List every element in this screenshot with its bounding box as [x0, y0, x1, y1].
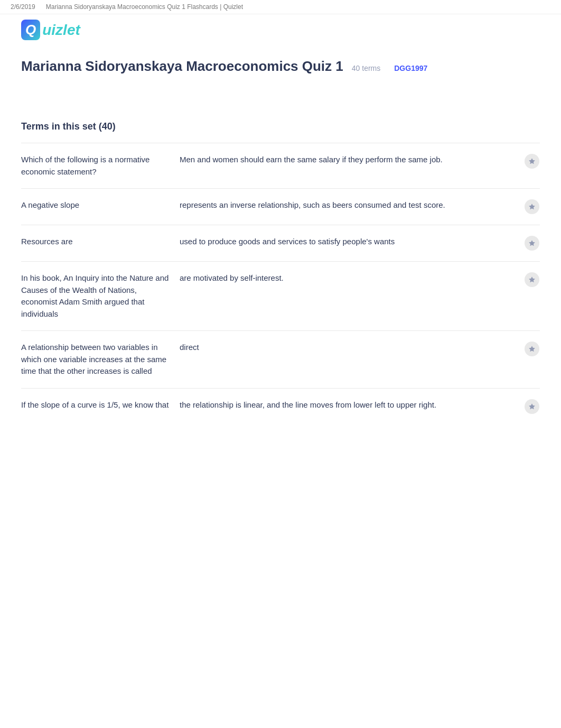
- term-icon-area[interactable]: [524, 199, 540, 214]
- star-icon[interactable]: [525, 199, 539, 214]
- top-bar: 2/6/2019 Marianna Sidoryanskaya Macroeco…: [0, 0, 561, 14]
- username-link[interactable]: DGG1997: [394, 64, 427, 72]
- star-svg: [528, 403, 536, 410]
- star-svg: [528, 203, 536, 210]
- terms-count: 40 terms: [352, 64, 380, 72]
- term-icon-area[interactable]: [524, 272, 540, 287]
- logo-q-icon: Q: [25, 22, 36, 38]
- star-icon[interactable]: [525, 399, 539, 414]
- table-row: A relationship between two variables in …: [21, 330, 540, 388]
- terms-list: Which of the following is a normative ec…: [21, 143, 540, 425]
- term-icon-area[interactable]: [524, 399, 540, 414]
- star-icon[interactable]: [525, 342, 539, 356]
- term-answer: used to produce goods and services to sa…: [180, 236, 513, 248]
- term-icon-area[interactable]: [524, 342, 540, 356]
- star-icon[interactable]: [525, 272, 539, 287]
- star-icon[interactable]: [525, 154, 539, 169]
- logo-background: Q: [21, 20, 40, 40]
- term-icon-area[interactable]: [524, 154, 540, 169]
- star-icon[interactable]: [525, 236, 539, 251]
- main-content: Terms in this set (40) Which of the foll…: [0, 79, 561, 446]
- star-svg: [528, 239, 536, 247]
- star-svg: [528, 345, 536, 353]
- term-answer: Men and women should earn the same salar…: [180, 154, 513, 166]
- table-row: If the slope of a curve is 1/5, we know …: [21, 388, 540, 425]
- term-answer: the relationship is linear, and the line…: [180, 399, 513, 411]
- term-question: A negative slope: [21, 199, 169, 211]
- term-question: Which of the following is a normative ec…: [21, 154, 169, 178]
- star-svg: [528, 276, 536, 283]
- section-title: Terms in this set (40): [21, 121, 540, 132]
- term-question: Resources are: [21, 236, 169, 248]
- term-question: A relationship between two variables in …: [21, 342, 169, 377]
- star-svg: [528, 158, 536, 165]
- page-header: Marianna Sidoryanskaya Macroeconomics Qu…: [0, 45, 561, 79]
- term-answer: are motivated by self-interest.: [180, 272, 513, 284]
- table-row: Resources are used to produce goods and …: [21, 225, 540, 261]
- term-answer: represents an inverse relationship, such…: [180, 199, 513, 211]
- term-question: In his book, An Inquiry into the Nature …: [21, 272, 169, 320]
- table-row: A negative slope represents an inverse r…: [21, 188, 540, 225]
- table-row: Which of the following is a normative ec…: [21, 143, 540, 188]
- term-icon-area[interactable]: [524, 236, 540, 251]
- quizlet-logo[interactable]: Q uizlet: [21, 20, 80, 40]
- page-title: Marianna Sidoryanskaya Macroeconomics Qu…: [21, 58, 343, 75]
- browser-date: 2/6/2019: [11, 3, 35, 11]
- title-row: Marianna Sidoryanskaya Macroeconomics Qu…: [21, 58, 540, 75]
- logo-name: uizlet: [42, 22, 80, 39]
- term-answer: direct: [180, 342, 513, 354]
- table-row: In his book, An Inquiry into the Nature …: [21, 261, 540, 330]
- browser-tab-title: Marianna Sidoryanskaya Macroeconomics Qu…: [46, 3, 243, 11]
- term-question: If the slope of a curve is 1/5, we know …: [21, 399, 169, 411]
- logo-area: Q uizlet: [0, 14, 561, 45]
